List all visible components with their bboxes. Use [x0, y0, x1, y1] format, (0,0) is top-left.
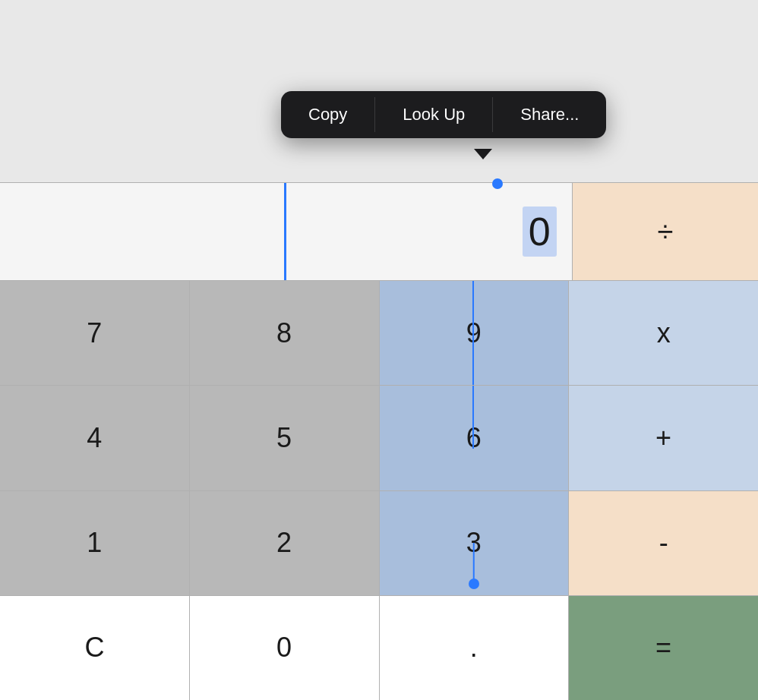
key-decimal[interactable]: . [380, 596, 570, 700]
key-row-789x: 7 8 9 x [0, 281, 758, 386]
key-6[interactable]: 6 [380, 386, 570, 490]
key-8[interactable]: 8 [190, 281, 380, 385]
context-menu-arrow [474, 149, 492, 159]
sel-line-6 [472, 386, 475, 448]
selection-handle-dot-top [492, 178, 503, 189]
key-multiply[interactable]: x [569, 281, 758, 385]
key-0[interactable]: 0 [190, 596, 380, 700]
selection-line-display [284, 183, 286, 280]
context-menu-copy[interactable]: Copy [281, 91, 374, 138]
selection-handle-dot-bottom [469, 579, 479, 589]
key-3[interactable]: 3 [380, 491, 570, 595]
display-operator[interactable]: ÷ [573, 183, 758, 280]
sel-line-9 [472, 281, 475, 385]
display-row: 0 ÷ [0, 182, 758, 281]
display-value: 0 [523, 209, 557, 254]
context-menu-lookup[interactable]: Look Up [375, 91, 492, 138]
context-menu-share[interactable]: Share... [493, 91, 606, 138]
keypad: 7 8 9 x 4 5 6 + 1 2 3 [0, 281, 758, 700]
key-row-c0dot-eq: C 0 . = [0, 596, 758, 700]
top-selection-handle [492, 178, 503, 189]
key-2[interactable]: 2 [190, 491, 380, 595]
display-main: 0 [0, 183, 573, 280]
key-row-456plus: 4 5 6 + [0, 386, 758, 490]
context-menu: Copy Look Up Share... [281, 91, 606, 138]
key-5[interactable]: 5 [190, 386, 380, 490]
key-9[interactable]: 9 [380, 281, 570, 385]
key-equals[interactable]: = [569, 596, 758, 700]
key-subtract[interactable]: - [569, 491, 758, 595]
key-1[interactable]: 1 [0, 491, 190, 595]
key-clear[interactable]: C [0, 596, 190, 700]
key-row-123minus: 1 2 3 - [0, 491, 758, 596]
key-7[interactable]: 7 [0, 281, 190, 385]
display-selected-text: 0 [523, 207, 557, 257]
key-4[interactable]: 4 [0, 386, 190, 490]
calculator: 0 ÷ 7 8 9 x 4 5 6 + [0, 182, 758, 700]
key-add[interactable]: + [569, 386, 758, 490]
